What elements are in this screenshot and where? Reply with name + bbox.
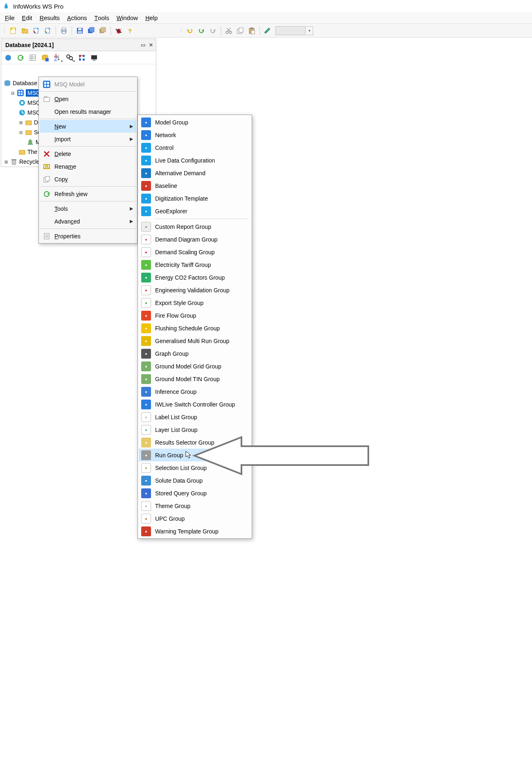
submenu-item-ground-model-grid-group[interactable]: ▪ Ground Model Grid Group [139,360,251,373]
submenu-item-icon: ▪ [141,412,151,422]
submenu-item-layer-list-group[interactable]: ▪ Layer List Group [139,423,251,436]
toolbar-combo[interactable] [275,26,306,35]
ctx-open[interactable]: Open [40,93,136,105]
save-icon[interactable] [74,25,85,36]
submenu-item-graph-group[interactable]: ▪ Graph Group [139,347,251,360]
db-tb-grid-icon[interactable] [27,52,38,63]
submenu-item-upc-group[interactable]: ▪ UPC Group [139,512,251,525]
menu-edit[interactable]: Edit [19,13,36,23]
submenu-item-label: Baseline [155,183,177,189]
redo-step-icon[interactable] [207,25,218,36]
paste-icon[interactable] [246,25,257,36]
db-tb-monitor-icon[interactable] [89,52,99,63]
toolbar-combo-arrow[interactable]: ▾ [307,26,313,35]
submenu-item-generalised-multi-run-group[interactable]: ▪ Generalised Multi Run Group [139,334,251,347]
submenu-item-fire-flow-group[interactable]: ▪ Fire Flow Group [139,309,251,322]
menu-file[interactable]: File [2,13,18,23]
db-tb-sort-icon[interactable]: AZ▾ [52,52,63,63]
toolbar-icon-3[interactable] [31,25,42,36]
submenu-item-engineering-validation-group[interactable]: ▪ Engineering Validation Group [139,284,251,296]
submenu-item-live-data-configuration[interactable]: ▪ Live Data Configuration [139,154,251,167]
help-icon[interactable]: ? [125,25,135,36]
submenu-item-theme-group[interactable]: ▪ Theme Group [139,499,251,512]
submenu-item-electricity-tariff-group[interactable]: ▪ Electricity Tariff Group [139,258,251,271]
menu-results[interactable]: Results [36,13,63,23]
submenu-item-icon: ▪ [141,526,151,536]
toolbar-icon-8[interactable] [97,25,108,36]
db-tb-sql-icon[interactable] [40,52,50,63]
db-tb-refresh-icon[interactable] [15,52,26,63]
undo-icon[interactable] [185,25,195,36]
submenu-item-inference-group[interactable]: ▪ Inference Group [139,385,251,398]
submenu-item-stored-query-group[interactable]: ▪ Stored Query Group [139,487,251,499]
submenu-item-alternative-demand[interactable]: ▪ Alternative Demand [139,167,251,179]
submenu-item-energy-co2-factors-group[interactable]: ▪ Energy CO2 Factors Group [139,271,251,284]
submenu-item-demand-diagram-group[interactable]: ▪ Demand Diagram Group [139,233,251,246]
cut-icon[interactable] [223,25,234,36]
svg-rect-26 [239,28,243,32]
submenu-item-icon: ▪ [141,260,151,270]
submenu-item-icon: ▪ [141,374,151,384]
redo-icon[interactable] [196,25,207,36]
svg-rect-15 [101,27,106,32]
ctx-open-results[interactable]: Open results manager [40,105,136,118]
submenu-item-model-group[interactable]: ▪ Model Group [139,116,251,129]
ctx-new[interactable]: New ▶ [40,120,136,133]
submenu-item-custom-report-group[interactable]: ▪ Custom Report Group [139,220,251,233]
ctx-properties[interactable]: Properties [40,230,136,242]
submenu-item-icon: ▪ [141,235,151,244]
open-db-icon[interactable] [20,25,30,36]
submenu-item-results-selector-group[interactable]: ▪ Results Selector Group [139,436,251,449]
submenu-item-run-group[interactable]: ▪ Run Group [139,449,251,461]
menu-actions[interactable]: Actions [64,13,90,23]
db-tb-find-icon[interactable]: ▾ [64,52,75,63]
ctx-rename[interactable]: AI Rename [40,160,136,173]
expand-icon[interactable]: ⊞ [4,160,9,164]
db-tb-home-icon[interactable] [3,52,14,63]
new-icon[interactable] [8,25,19,36]
panel-restore-icon[interactable]: ▭ [140,42,146,48]
ctx-advanced[interactable]: Advanced ▶ [40,215,136,228]
app-logo-icon [2,2,10,10]
submenu-item-label-list-group[interactable]: ▪ Label List Group [139,411,251,423]
bug-icon[interactable] [113,25,124,36]
menu-tools[interactable]: Tools [91,13,113,23]
submenu-item-digitization-template[interactable]: ▪ Digitization Template [139,192,251,205]
submenu-item-geoexplorer[interactable]: ▪ GeoExplorer [139,205,251,217]
submenu-item-icon: ▪ [141,463,151,473]
db-tb-tree-icon[interactable] [77,52,87,63]
expand-icon[interactable]: ⊟ [10,91,15,95]
ctx-copy[interactable]: Copy [40,173,136,185]
new-submenu: ▪ Model Group ▪ Network ▪ Control ▪ Live… [138,115,252,539]
submenu-item-demand-scaling-group[interactable]: ▪ Demand Scaling Group [139,246,251,258]
submenu-item-warning-template-group[interactable]: ▪ Warning Template Group [139,525,251,538]
submenu-item-label: Warning Template Group [155,528,219,535]
expand-icon[interactable]: ⊟ [18,130,23,135]
submenu-item-control[interactable]: ▪ Control [139,141,251,154]
panel-close-icon[interactable]: ✕ [148,42,154,48]
submenu-item-flushing-schedule-group[interactable]: ▪ Flushing Schedule Group [139,322,251,334]
submenu-item-ground-model-tin-group[interactable]: ▪ Ground Model TIN Group [139,373,251,385]
submenu-item-label: Model Group [155,119,188,126]
svg-rect-73 [44,97,50,102]
submenu-item-solute-data-group[interactable]: ▪ Solute Data Group [139,474,251,487]
menu-help[interactable]: Help [142,13,161,23]
ctx-delete[interactable]: Delete [40,147,136,160]
save-all-icon[interactable] [86,25,97,36]
submenu-item-label: IWLive Switch Controller Group [155,401,235,408]
submenu-item-baseline[interactable]: ▪ Baseline [139,179,251,192]
submenu-item-selection-list-group[interactable]: ▪ Selection List Group [139,461,251,474]
menu-window[interactable]: Window [113,13,141,23]
ctx-tools[interactable]: Tools ▶ [40,202,136,215]
expand-icon[interactable]: ⊞ [18,120,23,125]
toolbar-icon-4[interactable] [43,25,53,36]
ctx-refresh[interactable]: Refresh view [40,187,136,200]
submenu-item-network[interactable]: ▪ Network [139,129,251,141]
copy-icon[interactable] [235,25,246,36]
submenu-item-export-style-group[interactable]: ▪ Export Style Group [139,296,251,309]
submenu-item-iwlive-switch-controller-group[interactable]: ▪ IWLive Switch Controller Group [139,398,251,411]
submenu-item-label: Generalised Multi Run Group [155,338,229,344]
print-icon[interactable] [59,25,69,36]
ctx-import[interactable]: Import ▶ [40,133,136,145]
edit-icon[interactable] [262,25,273,36]
